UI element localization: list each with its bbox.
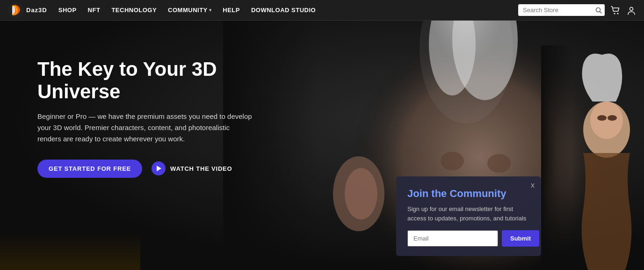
hero-title: The Key to Your 3D Universe — [37, 58, 299, 103]
play-triangle — [157, 166, 161, 171]
hero-section: The Key to Your 3D Universe Beginner or … — [0, 21, 644, 270]
hero-content: The Key to Your 3D Universe Beginner or … — [37, 58, 299, 178]
nav-right — [518, 4, 637, 16]
cart-icon[interactable] — [610, 5, 621, 15]
hero-subtitle: Beginner or Pro — we have the premium as… — [37, 111, 253, 145]
nav-shop[interactable]: SHOP — [58, 7, 77, 14]
hero-buttons: GET STARTED FOR FREE WATCH THE VIDEO — [37, 160, 299, 178]
nav-technology[interactable]: TECHNOLOGY — [111, 7, 157, 14]
svg-point-3 — [614, 13, 615, 14]
nav-help[interactable]: HELP — [223, 7, 240, 14]
popup-title: Join the Community — [407, 188, 530, 200]
user-icon[interactable] — [626, 5, 637, 15]
popup-form: Submit — [407, 230, 530, 247]
search-button[interactable] — [595, 7, 602, 14]
navbar: Daz3D SHOP NFT TECHNOLOGY COMMUNITY ▾ HE… — [0, 0, 644, 21]
logo[interactable]: Daz3D — [7, 2, 47, 19]
popup-description: Sign up for our email newsletter for fir… — [407, 204, 530, 223]
get-started-button[interactable]: GET STARTED FOR FREE — [37, 160, 142, 178]
email-input[interactable] — [407, 230, 498, 247]
svg-point-12 — [441, 152, 464, 170]
community-popup: x Join the Community Sign up for our ema… — [396, 176, 541, 256]
search-input[interactable] — [518, 4, 605, 16]
submit-button[interactable]: Submit — [502, 230, 539, 247]
chevron-down-icon: ▾ — [209, 7, 212, 13]
daz3d-logo-icon — [7, 2, 24, 19]
svg-point-8 — [345, 168, 377, 219]
nav-nft[interactable]: NFT — [88, 7, 101, 14]
nav-download-studio[interactable]: DOWNLOAD STUDIO — [251, 7, 316, 14]
hero-character-right — [541, 45, 644, 270]
watch-video-button[interactable]: WATCH THE VIDEO — [152, 161, 232, 175]
play-icon — [152, 161, 166, 175]
svg-point-13 — [487, 154, 511, 173]
svg-point-5 — [630, 7, 633, 10]
svg-line-2 — [600, 11, 602, 13]
hero-bottom-detail — [0, 233, 140, 270]
logo-text: Daz3D — [26, 7, 47, 14]
popup-close-button[interactable]: x — [531, 181, 535, 190]
search-wrapper — [518, 4, 605, 16]
svg-rect-20 — [541, 45, 644, 270]
svg-point-4 — [617, 13, 619, 14]
search-icon — [595, 7, 602, 14]
nav-links: SHOP NFT TECHNOLOGY COMMUNITY ▾ HELP DOW… — [58, 7, 518, 14]
nav-community[interactable]: COMMUNITY ▾ — [168, 7, 211, 14]
